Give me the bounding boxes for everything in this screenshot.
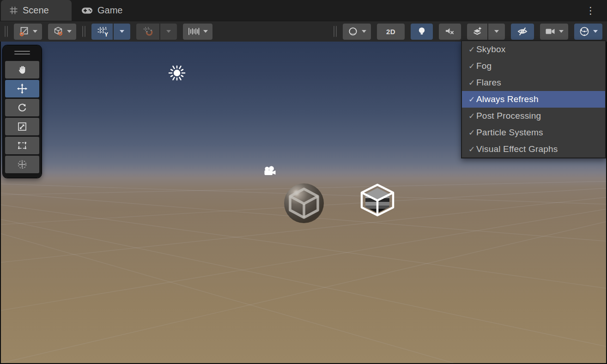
gamepad-icon bbox=[81, 7, 93, 14]
transform-icon bbox=[17, 159, 28, 170]
tab-bar: Scene Game ⋮ bbox=[0, 0, 607, 21]
check-icon: ✓ bbox=[462, 95, 476, 104]
toolbar-separator bbox=[5, 25, 8, 37]
menu-item-flares[interactable]: ✓ Flares bbox=[462, 74, 605, 91]
bulb-icon bbox=[416, 26, 427, 37]
check-icon: ✓ bbox=[462, 111, 476, 121]
reflection-probe-gizmo[interactable] bbox=[284, 183, 324, 223]
grid-visibility-split: Y bbox=[91, 24, 130, 40]
effects-split bbox=[467, 24, 505, 40]
chevron-down-icon bbox=[33, 30, 37, 33]
menu-item-particle-systems[interactable]: ✓ Particle Systems bbox=[462, 124, 605, 141]
check-icon: ✓ bbox=[462, 78, 476, 88]
camera-gizmo[interactable] bbox=[263, 166, 278, 177]
cube-gizmo[interactable] bbox=[360, 183, 395, 217]
check-icon: ✓ bbox=[462, 45, 476, 55]
scene-lighting-button[interactable] bbox=[411, 24, 433, 40]
effects-icon bbox=[472, 26, 483, 37]
speaker-muted-icon bbox=[444, 26, 455, 37]
snap-split bbox=[136, 24, 177, 40]
tab-game[interactable]: Game bbox=[73, 0, 131, 21]
scale-icon bbox=[17, 121, 28, 132]
tools-overlay bbox=[3, 45, 42, 178]
rect-icon bbox=[17, 140, 28, 151]
toolbar-separator bbox=[82, 25, 85, 37]
cube-orientation-icon bbox=[53, 26, 64, 37]
effects-dropdown-menu: ✓ Skybox ✓ Fog ✓ Flares ✓ Always Refresh… bbox=[461, 40, 606, 158]
camera-icon bbox=[545, 26, 556, 37]
directional-light-gizmo[interactable] bbox=[165, 61, 188, 85]
2d-toggle-button[interactable]: 2D bbox=[377, 24, 405, 40]
chevron-down-icon bbox=[203, 30, 208, 33]
chevron-down-icon bbox=[593, 30, 598, 33]
tab-options-kebab-icon[interactable]: ⋮ bbox=[582, 0, 600, 21]
gizmo-sphere-icon bbox=[579, 26, 590, 37]
tool-handle-rotation-button[interactable] bbox=[48, 24, 76, 40]
view-tool-button[interactable] bbox=[5, 61, 39, 79]
move-tool-button[interactable] bbox=[5, 80, 39, 97]
grid-visibility-button[interactable]: Y bbox=[91, 24, 113, 40]
chevron-down-icon bbox=[120, 30, 124, 33]
menu-item-skybox[interactable]: ✓ Skybox bbox=[462, 41, 605, 58]
gizmos-button[interactable] bbox=[574, 24, 602, 40]
move-icon bbox=[17, 83, 28, 94]
camera-settings-button[interactable] bbox=[540, 24, 568, 40]
menu-item-fog[interactable]: ✓ Fog bbox=[462, 58, 605, 74]
tab-scene[interactable]: Scene bbox=[1, 0, 72, 21]
hand-icon bbox=[17, 64, 28, 75]
tab-scene-label: Scene bbox=[23, 5, 49, 16]
snap-toggle-button[interactable] bbox=[136, 24, 159, 40]
scale-tool-button[interactable] bbox=[5, 118, 39, 135]
ruler-icon bbox=[188, 26, 200, 36]
rect-tool-button[interactable] bbox=[5, 137, 39, 154]
snap-increment-button[interactable] bbox=[183, 24, 212, 40]
grid-visibility-dropdown[interactable] bbox=[114, 24, 130, 40]
menu-item-post-processing[interactable]: ✓ Post Processing bbox=[462, 108, 605, 124]
toolbar-separator bbox=[334, 25, 337, 37]
2d-label: 2D bbox=[386, 28, 395, 36]
chevron-down-icon bbox=[494, 30, 499, 33]
check-icon: ✓ bbox=[462, 61, 476, 71]
eye-slash-icon bbox=[516, 26, 528, 37]
pivot-icon bbox=[18, 26, 30, 37]
audio-mute-button[interactable] bbox=[439, 24, 461, 40]
menu-item-visual-effect-graphs[interactable]: ✓ Visual Effect Graphs bbox=[462, 141, 605, 158]
scene-visibility-button[interactable] bbox=[511, 24, 534, 40]
sphere-icon bbox=[347, 26, 358, 37]
check-icon: ✓ bbox=[462, 128, 476, 138]
check-icon: ✓ bbox=[462, 145, 476, 154]
tab-game-label: Game bbox=[97, 5, 122, 16]
overlay-drag-handle[interactable] bbox=[14, 51, 30, 52]
chevron-down-icon bbox=[166, 30, 171, 33]
transform-tool-button[interactable] bbox=[5, 156, 39, 173]
shading-mode-button[interactable] bbox=[343, 24, 371, 40]
rotate-tool-button[interactable] bbox=[5, 99, 39, 116]
chevron-down-icon bbox=[67, 30, 72, 33]
snap-dropdown[interactable] bbox=[160, 24, 177, 40]
grid-axis-label: Y bbox=[104, 31, 108, 38]
chevron-down-icon bbox=[362, 30, 366, 33]
effects-dropdown[interactable] bbox=[488, 24, 505, 40]
effects-button[interactable] bbox=[467, 24, 487, 40]
tool-handle-position-button[interactable] bbox=[14, 24, 42, 40]
probe-cube-wireframe-icon bbox=[287, 187, 321, 219]
rotate-icon bbox=[17, 102, 28, 113]
menu-item-always-refresh[interactable]: ✓ Always Refresh bbox=[462, 91, 605, 108]
grid-icon bbox=[9, 6, 18, 15]
magnet-icon bbox=[142, 26, 153, 37]
scene-toolbar: Y bbox=[0, 21, 607, 42]
chevron-down-icon bbox=[559, 30, 564, 33]
